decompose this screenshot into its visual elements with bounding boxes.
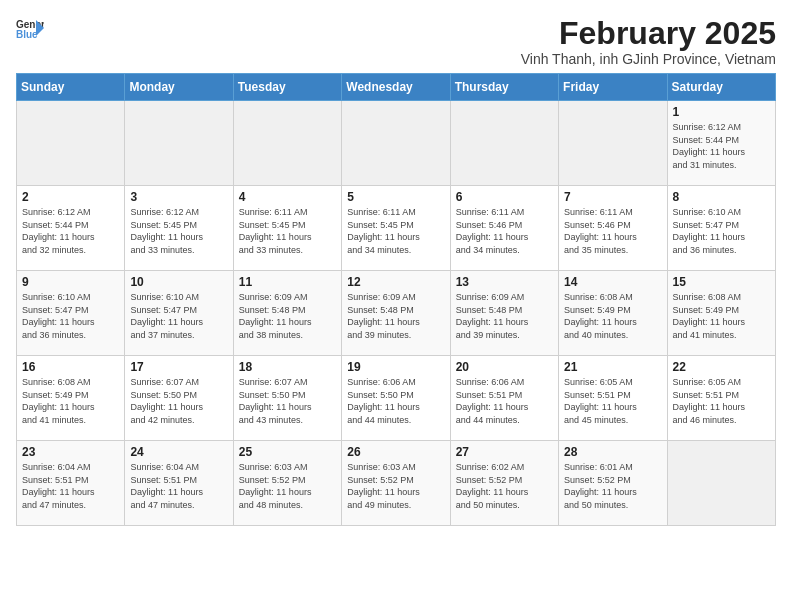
- table-row: 2Sunrise: 6:12 AM Sunset: 5:44 PM Daylig…: [17, 186, 125, 271]
- table-row: 8Sunrise: 6:10 AM Sunset: 5:47 PM Daylig…: [667, 186, 775, 271]
- day-info: Sunrise: 6:04 AM Sunset: 5:51 PM Dayligh…: [22, 461, 119, 511]
- table-row: 12Sunrise: 6:09 AM Sunset: 5:48 PM Dayli…: [342, 271, 450, 356]
- table-row: 14Sunrise: 6:08 AM Sunset: 5:49 PM Dayli…: [559, 271, 667, 356]
- header-thursday: Thursday: [450, 74, 558, 101]
- svg-text:Blue: Blue: [16, 29, 38, 40]
- table-row: 4Sunrise: 6:11 AM Sunset: 5:45 PM Daylig…: [233, 186, 341, 271]
- day-info: Sunrise: 6:01 AM Sunset: 5:52 PM Dayligh…: [564, 461, 661, 511]
- day-number: 22: [673, 360, 770, 374]
- calendar-table: Sunday Monday Tuesday Wednesday Thursday…: [16, 73, 776, 526]
- day-number: 20: [456, 360, 553, 374]
- table-row: [559, 101, 667, 186]
- header-friday: Friday: [559, 74, 667, 101]
- table-row: 16Sunrise: 6:08 AM Sunset: 5:49 PM Dayli…: [17, 356, 125, 441]
- header-monday: Monday: [125, 74, 233, 101]
- table-row: 13Sunrise: 6:09 AM Sunset: 5:48 PM Dayli…: [450, 271, 558, 356]
- day-info: Sunrise: 6:12 AM Sunset: 5:45 PM Dayligh…: [130, 206, 227, 256]
- logo-icon: General Blue: [16, 16, 44, 44]
- calendar-week-row: 16Sunrise: 6:08 AM Sunset: 5:49 PM Dayli…: [17, 356, 776, 441]
- table-row: 23Sunrise: 6:04 AM Sunset: 5:51 PM Dayli…: [17, 441, 125, 526]
- day-info: Sunrise: 6:08 AM Sunset: 5:49 PM Dayligh…: [22, 376, 119, 426]
- calendar-title: February 2025: [521, 16, 776, 51]
- table-row: 1Sunrise: 6:12 AM Sunset: 5:44 PM Daylig…: [667, 101, 775, 186]
- day-number: 3: [130, 190, 227, 204]
- header-sunday: Sunday: [17, 74, 125, 101]
- day-info: Sunrise: 6:09 AM Sunset: 5:48 PM Dayligh…: [347, 291, 444, 341]
- day-number: 19: [347, 360, 444, 374]
- day-number: 23: [22, 445, 119, 459]
- day-info: Sunrise: 6:10 AM Sunset: 5:47 PM Dayligh…: [673, 206, 770, 256]
- table-row: 22Sunrise: 6:05 AM Sunset: 5:51 PM Dayli…: [667, 356, 775, 441]
- table-row: [125, 101, 233, 186]
- day-number: 2: [22, 190, 119, 204]
- title-block: February 2025 Vinh Thanh, inh GJinh Prov…: [521, 16, 776, 67]
- day-number: 17: [130, 360, 227, 374]
- day-number: 27: [456, 445, 553, 459]
- day-info: Sunrise: 6:09 AM Sunset: 5:48 PM Dayligh…: [456, 291, 553, 341]
- table-row: 24Sunrise: 6:04 AM Sunset: 5:51 PM Dayli…: [125, 441, 233, 526]
- day-number: 14: [564, 275, 661, 289]
- table-row: 9Sunrise: 6:10 AM Sunset: 5:47 PM Daylig…: [17, 271, 125, 356]
- calendar-week-row: 23Sunrise: 6:04 AM Sunset: 5:51 PM Dayli…: [17, 441, 776, 526]
- calendar-subtitle: Vinh Thanh, inh GJinh Province, Vietnam: [521, 51, 776, 67]
- day-info: Sunrise: 6:07 AM Sunset: 5:50 PM Dayligh…: [239, 376, 336, 426]
- day-number: 10: [130, 275, 227, 289]
- calendar-week-row: 2Sunrise: 6:12 AM Sunset: 5:44 PM Daylig…: [17, 186, 776, 271]
- calendar-header-row: Sunday Monday Tuesday Wednesday Thursday…: [17, 74, 776, 101]
- day-info: Sunrise: 6:11 AM Sunset: 5:45 PM Dayligh…: [347, 206, 444, 256]
- table-row: [233, 101, 341, 186]
- day-number: 8: [673, 190, 770, 204]
- table-row: 21Sunrise: 6:05 AM Sunset: 5:51 PM Dayli…: [559, 356, 667, 441]
- day-number: 26: [347, 445, 444, 459]
- table-row: 15Sunrise: 6:08 AM Sunset: 5:49 PM Dayli…: [667, 271, 775, 356]
- table-row: 25Sunrise: 6:03 AM Sunset: 5:52 PM Dayli…: [233, 441, 341, 526]
- day-number: 7: [564, 190, 661, 204]
- day-info: Sunrise: 6:04 AM Sunset: 5:51 PM Dayligh…: [130, 461, 227, 511]
- table-row: 10Sunrise: 6:10 AM Sunset: 5:47 PM Dayli…: [125, 271, 233, 356]
- table-row: 20Sunrise: 6:06 AM Sunset: 5:51 PM Dayli…: [450, 356, 558, 441]
- day-number: 11: [239, 275, 336, 289]
- day-number: 12: [347, 275, 444, 289]
- calendar-week-row: 9Sunrise: 6:10 AM Sunset: 5:47 PM Daylig…: [17, 271, 776, 356]
- table-row: [342, 101, 450, 186]
- table-row: [17, 101, 125, 186]
- day-number: 16: [22, 360, 119, 374]
- table-row: 17Sunrise: 6:07 AM Sunset: 5:50 PM Dayli…: [125, 356, 233, 441]
- day-number: 4: [239, 190, 336, 204]
- table-row: [667, 441, 775, 526]
- day-info: Sunrise: 6:11 AM Sunset: 5:46 PM Dayligh…: [456, 206, 553, 256]
- header-saturday: Saturday: [667, 74, 775, 101]
- day-info: Sunrise: 6:08 AM Sunset: 5:49 PM Dayligh…: [564, 291, 661, 341]
- day-number: 15: [673, 275, 770, 289]
- day-number: 13: [456, 275, 553, 289]
- day-number: 25: [239, 445, 336, 459]
- day-number: 5: [347, 190, 444, 204]
- table-row: 11Sunrise: 6:09 AM Sunset: 5:48 PM Dayli…: [233, 271, 341, 356]
- day-info: Sunrise: 6:10 AM Sunset: 5:47 PM Dayligh…: [22, 291, 119, 341]
- table-row: 19Sunrise: 6:06 AM Sunset: 5:50 PM Dayli…: [342, 356, 450, 441]
- table-row: 18Sunrise: 6:07 AM Sunset: 5:50 PM Dayli…: [233, 356, 341, 441]
- day-info: Sunrise: 6:11 AM Sunset: 5:46 PM Dayligh…: [564, 206, 661, 256]
- day-number: 21: [564, 360, 661, 374]
- header-tuesday: Tuesday: [233, 74, 341, 101]
- day-info: Sunrise: 6:10 AM Sunset: 5:47 PM Dayligh…: [130, 291, 227, 341]
- header-wednesday: Wednesday: [342, 74, 450, 101]
- day-info: Sunrise: 6:06 AM Sunset: 5:51 PM Dayligh…: [456, 376, 553, 426]
- calendar-week-row: 1Sunrise: 6:12 AM Sunset: 5:44 PM Daylig…: [17, 101, 776, 186]
- day-info: Sunrise: 6:02 AM Sunset: 5:52 PM Dayligh…: [456, 461, 553, 511]
- day-number: 9: [22, 275, 119, 289]
- day-info: Sunrise: 6:12 AM Sunset: 5:44 PM Dayligh…: [22, 206, 119, 256]
- day-info: Sunrise: 6:07 AM Sunset: 5:50 PM Dayligh…: [130, 376, 227, 426]
- table-row: 6Sunrise: 6:11 AM Sunset: 5:46 PM Daylig…: [450, 186, 558, 271]
- table-row: [450, 101, 558, 186]
- table-row: 7Sunrise: 6:11 AM Sunset: 5:46 PM Daylig…: [559, 186, 667, 271]
- day-number: 1: [673, 105, 770, 119]
- day-number: 28: [564, 445, 661, 459]
- day-number: 18: [239, 360, 336, 374]
- day-number: 24: [130, 445, 227, 459]
- day-info: Sunrise: 6:03 AM Sunset: 5:52 PM Dayligh…: [239, 461, 336, 511]
- day-info: Sunrise: 6:11 AM Sunset: 5:45 PM Dayligh…: [239, 206, 336, 256]
- day-info: Sunrise: 6:06 AM Sunset: 5:50 PM Dayligh…: [347, 376, 444, 426]
- day-info: Sunrise: 6:05 AM Sunset: 5:51 PM Dayligh…: [564, 376, 661, 426]
- day-number: 6: [456, 190, 553, 204]
